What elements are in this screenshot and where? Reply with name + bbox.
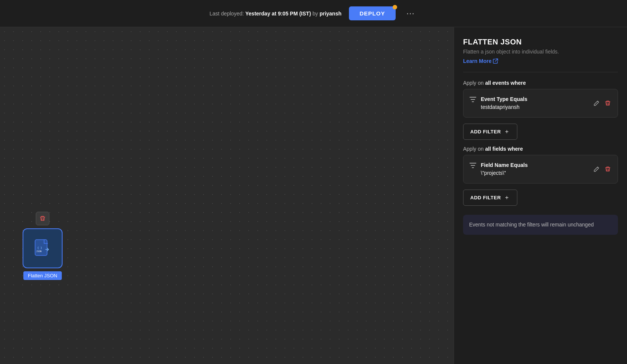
right-sidebar: FLATTEN JSON Flatten a json object into …	[454, 27, 627, 364]
add-field-filter-button[interactable]: ADD FILTER ＋	[463, 190, 517, 206]
divider	[463, 72, 618, 72]
field-filter-card: Field Name Equals \"projects\"	[463, 155, 618, 184]
trash-icon-2	[605, 166, 611, 172]
event-filter-delete-button[interactable]	[604, 99, 612, 107]
node-caption: Flatten JSON	[23, 271, 62, 280]
field-filter-text: Field Name Equals \"projects\"	[481, 161, 528, 177]
top-bar: Last deployed: Yesterday at 9:05 PM (IST…	[0, 0, 627, 27]
edit-icon	[593, 100, 599, 106]
sidebar-title: FLATTEN JSON	[463, 38, 618, 46]
edit-icon-2	[593, 166, 599, 172]
trash-icon	[605, 100, 611, 106]
field-filter-edit-button[interactable]	[593, 165, 600, 173]
plus-icon-2: ＋	[504, 194, 510, 202]
learn-more-link[interactable]: Learn More	[463, 58, 498, 64]
flatten-json-node[interactable]: { } JSON	[23, 228, 63, 268]
node-header-row	[36, 212, 49, 225]
svg-text:{ }: { }	[37, 246, 42, 249]
event-filter-text: Event Type Equals testdatapriyansh	[481, 95, 527, 111]
fields-section-label: Apply on all fields where	[463, 146, 618, 152]
main-layout: { } JSON Flatten JSON FLATTEN JSON Flatt…	[0, 27, 627, 364]
field-filter-card-left: Field Name Equals \"projects\"	[469, 161, 528, 177]
event-filter-card-left: Event Type Equals testdatapriyansh	[469, 95, 527, 111]
event-filter-card: Event Type Equals testdatapriyansh	[463, 89, 618, 118]
field-filter-delete-button[interactable]	[604, 165, 612, 173]
trash-icon	[40, 216, 46, 222]
fields-section: Apply on all fields where Field Name Equ…	[463, 146, 618, 184]
more-options-button[interactable]: ⋯	[403, 7, 417, 20]
deploy-notification-dot	[393, 5, 397, 9]
svg-text:JSON: JSON	[36, 250, 42, 252]
filter-lines-icon-2	[469, 162, 476, 170]
event-filter-actions	[593, 99, 612, 107]
json-file-icon: { } JSON	[34, 239, 51, 258]
sidebar-subtitle: Flatten a json object into individual fi…	[463, 48, 618, 56]
filter-lines-icon	[469, 96, 476, 104]
deploy-info: Last deployed: Yesterday at 9:05 PM (IST…	[210, 11, 341, 17]
flatten-json-node-container: { } JSON Flatten JSON	[23, 212, 63, 280]
field-filter-actions	[593, 165, 612, 173]
add-event-filter-button[interactable]: ADD FILTER ＋	[463, 124, 517, 140]
events-section: Apply on all events where Event Type Equ…	[463, 80, 618, 118]
events-section-label: Apply on all events where	[463, 80, 618, 86]
canvas-area[interactable]: { } JSON Flatten JSON	[0, 27, 454, 364]
plus-icon: ＋	[504, 128, 510, 136]
deploy-button[interactable]: DEPLOY	[349, 6, 396, 20]
external-link-icon	[493, 58, 498, 64]
sidebar-header: FLATTEN JSON Flatten a json object into …	[463, 38, 618, 64]
event-filter-edit-button[interactable]	[593, 99, 600, 107]
info-note: Events not matching the filters will rem…	[463, 215, 618, 235]
node-delete-button[interactable]	[36, 212, 49, 225]
